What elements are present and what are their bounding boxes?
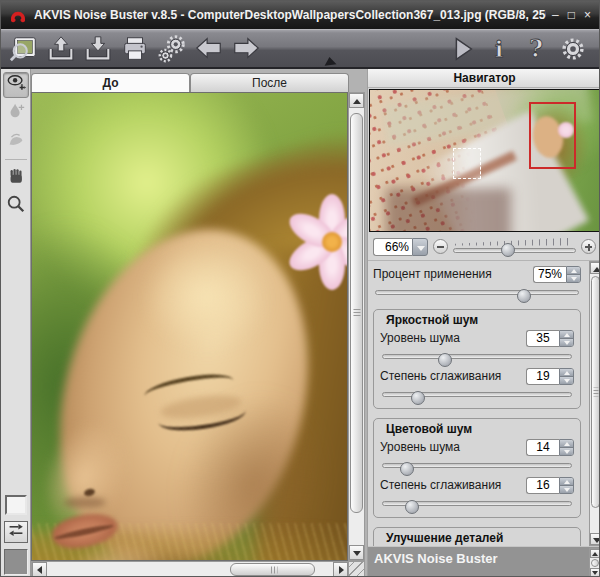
apply-label: Процент применения: [373, 267, 492, 281]
param-spinbox[interactable]: 14: [526, 439, 574, 456]
import-button[interactable]: [44, 32, 78, 66]
maximize-button[interactable]: □: [568, 9, 575, 21]
zoom-out-button[interactable]: [433, 239, 448, 254]
info-icon: i: [484, 34, 514, 64]
scroll-down-button[interactable]: [349, 545, 364, 560]
spin-up-button[interactable]: [560, 440, 573, 448]
param-slider-handle[interactable]: [400, 462, 414, 476]
param-label: Уровень шума: [380, 440, 460, 454]
vertical-scroll-thumb[interactable]: [350, 113, 363, 513]
param-slider[interactable]: [382, 387, 572, 402]
group-title: Улучшение деталей: [382, 531, 507, 545]
scroll-right-button[interactable]: [333, 562, 348, 577]
spin-down-button[interactable]: [560, 448, 573, 455]
apply-spinbox[interactable]: 75%: [533, 266, 581, 283]
thumb-grip: [268, 566, 277, 573]
spin-down-button[interactable]: [567, 275, 580, 282]
param-spinbox[interactable]: 19: [526, 368, 574, 385]
redo-button[interactable]: [229, 32, 263, 66]
scroll-up-icon: [592, 552, 598, 556]
tool-strip: [1, 69, 31, 577]
print-button[interactable]: [118, 32, 152, 66]
scroll-up-icon: [593, 267, 600, 272]
param-slider[interactable]: [382, 496, 572, 511]
redo-icon: [231, 34, 261, 64]
navigator-thumbnail[interactable]: [370, 90, 600, 231]
akvis-logo-icon: [9, 6, 27, 24]
spin-up-button[interactable]: [560, 331, 573, 339]
scroll-up-button[interactable]: [590, 262, 600, 274]
swap-arrows-icon: [7, 522, 25, 542]
hand-tool-button[interactable]: [3, 165, 29, 191]
open-image-button[interactable]: [7, 32, 41, 66]
apply-slider-handle[interactable]: [517, 289, 531, 303]
swap-views-button[interactable]: [4, 521, 28, 543]
info-button[interactable]: i: [482, 32, 516, 66]
save-button[interactable]: [81, 32, 115, 66]
background-color-button[interactable]: [5, 495, 27, 515]
group-title: Яркостной шум: [382, 313, 482, 327]
zoom-dropdown-button[interactable]: [412, 238, 428, 256]
horizontal-scroll-thumb[interactable]: [230, 563, 315, 576]
save-icon: [83, 34, 113, 64]
scroll-up-button[interactable]: [590, 549, 600, 558]
window-title: AKVIS Noise Buster v.8.5 - ComputerDeskt…: [34, 8, 546, 22]
zoom-slider-handle[interactable]: [501, 243, 515, 257]
svg-text:?: ?: [529, 35, 543, 63]
smudge-tool-button[interactable]: [3, 128, 29, 154]
group-detail-enhancement: Улучшение деталей Микродетали 50 Интенси…: [373, 527, 581, 547]
run-button[interactable]: [445, 32, 479, 66]
svg-text:i: i: [495, 36, 504, 62]
spin-down-button[interactable]: [560, 339, 573, 346]
spin-up-button[interactable]: [560, 478, 573, 486]
scroll-right-icon: [339, 566, 344, 574]
param-label: Степень сглаживания: [380, 369, 501, 383]
scroll-left-button[interactable]: [32, 562, 47, 577]
scroll-down-icon: [592, 571, 598, 575]
param-slider[interactable]: [382, 349, 572, 364]
spin-down-button[interactable]: [560, 377, 573, 384]
zoom-tool-button[interactable]: [3, 193, 29, 219]
zoom-icon: [6, 194, 26, 218]
param-slider[interactable]: [382, 458, 572, 473]
run-icon: [447, 34, 477, 64]
scroll-up-button[interactable]: [349, 93, 364, 108]
param-slider-handle[interactable]: [438, 353, 452, 367]
status-scroll-thumb[interactable]: [591, 559, 599, 567]
preview-area-rect[interactable]: [453, 148, 481, 179]
param-spinbox[interactable]: 16: [526, 477, 574, 494]
param-slider-handle[interactable]: [411, 391, 425, 405]
param-slider-handle[interactable]: [405, 500, 419, 514]
zoom-combo[interactable]: 66%: [373, 238, 428, 256]
close-button[interactable]: ×: [584, 9, 591, 21]
preferences-button[interactable]: [556, 32, 590, 66]
toolbar-collapse-arrow[interactable]: [324, 56, 337, 66]
param-spinbox[interactable]: 35: [526, 330, 574, 347]
zoom-slider[interactable]: [453, 238, 576, 256]
navigator-view-frame[interactable]: [529, 102, 576, 169]
undo-button[interactable]: [192, 32, 226, 66]
navigator-title: Навигатор: [368, 69, 600, 88]
tab-before[interactable]: До: [31, 73, 190, 92]
spin-down-button[interactable]: [560, 486, 573, 493]
help-button[interactable]: ?: [519, 32, 553, 66]
quick-preview-tool-button[interactable]: [3, 100, 29, 126]
preview-area-tool-button[interactable]: [3, 72, 29, 98]
tab-after[interactable]: После: [190, 73, 349, 92]
scroll-down-button[interactable]: [590, 533, 600, 545]
image-canvas[interactable]: [31, 92, 348, 561]
spin-up-button[interactable]: [560, 369, 573, 377]
batch-processing-icon: [157, 34, 187, 64]
resize-grip[interactable]: [348, 561, 365, 577]
canvas-vertical-scrollbar: [348, 92, 365, 561]
titlebar[interactable]: AKVIS Noise Buster v.8.5 - ComputerDeskt…: [1, 1, 599, 29]
color-swatch[interactable]: [4, 549, 28, 575]
scroll-down-button[interactable]: [590, 568, 600, 577]
settings-scroll-thumb[interactable]: [591, 276, 600, 508]
zoom-in-button[interactable]: [581, 239, 596, 254]
spin-up-button[interactable]: [567, 267, 580, 275]
minimize-button[interactable]: –: [552, 9, 559, 21]
apply-slider[interactable]: [375, 285, 579, 300]
scroll-down-icon: [353, 551, 361, 556]
batch-processing-button[interactable]: [155, 32, 189, 66]
